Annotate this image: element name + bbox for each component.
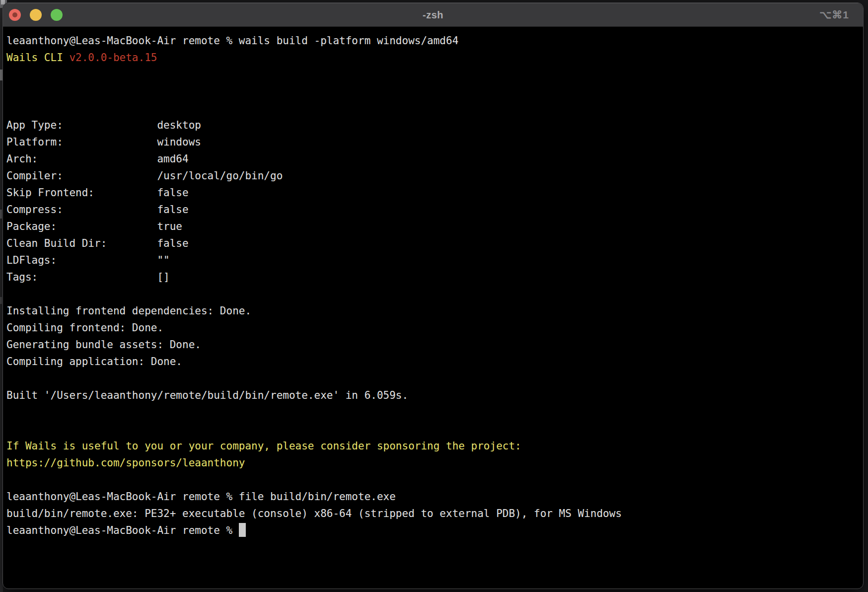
terminal-text-segment: leaanthony@Leas-MacBook-Air remote % fil… xyxy=(6,491,396,503)
terminal-line: Arch: amd64 xyxy=(6,150,861,167)
window-title: -zsh xyxy=(3,3,863,27)
terminal-window: -zsh ⌥⌘1 leaanthony@Leas-MacBook-Air rem… xyxy=(2,2,864,589)
terminal-line: Generating bundle assets: Done. xyxy=(6,336,861,353)
terminal-line: Clean Build Dir: false xyxy=(6,235,861,252)
terminal-line: Tags: [] xyxy=(6,269,861,286)
terminal-line: Installing frontend dependencies: Done. xyxy=(6,302,861,319)
terminal-line: Platform: windows xyxy=(6,134,861,150)
terminal-text-segment: Tags: [] xyxy=(6,271,170,283)
terminal-line xyxy=(6,83,861,100)
terminal-line xyxy=(6,286,861,302)
terminal-line: leaanthony@Leas-MacBook-Air remote % xyxy=(6,522,861,539)
terminal-text-segment: leaanthony@Leas-MacBook-Air remote % xyxy=(6,524,239,536)
terminal-line xyxy=(6,421,861,438)
terminal-line: Skip Frontend: false xyxy=(6,184,861,201)
terminal-line: If Wails is useful to you or your compan… xyxy=(6,438,861,454)
terminal-line: LDFlags: "" xyxy=(6,252,861,269)
terminal-text-segment: If Wails is useful to you or your compan… xyxy=(6,440,521,452)
terminal-output[interactable]: leaanthony@Leas-MacBook-Air remote % wai… xyxy=(3,27,863,539)
terminal-text-segment: Clean Build Dir: false xyxy=(6,237,189,249)
terminal-text-segment: Wails CLI xyxy=(6,52,69,64)
terminal-line: Package: true xyxy=(6,218,861,235)
window-shortcut-badge: ⌥⌘1 xyxy=(819,3,849,27)
terminal-text-segment: https://github.com/sponsors/leaanthony xyxy=(6,457,245,469)
traffic-lights xyxy=(3,9,63,21)
terminal-line xyxy=(6,471,861,488)
terminal-text-segment: leaanthony@Leas-MacBook-Air remote % wai… xyxy=(6,35,458,47)
terminal-text-segment: App Type: desktop xyxy=(6,119,201,131)
terminal-line xyxy=(6,404,861,421)
terminal-line: Wails CLI v2.0.0-beta.15 xyxy=(6,49,861,66)
minimize-button[interactable] xyxy=(30,9,42,21)
background-window-fragment xyxy=(0,210,2,219)
terminal-text-segment: Compiler: /usr/local/go/bin/go xyxy=(6,170,283,182)
terminal-text-segment: v2.0.0-beta.15 xyxy=(69,52,157,64)
terminal-line: Built '/Users/leaanthony/remote/build/bi… xyxy=(6,387,861,404)
terminal-text-segment: Generating bundle assets: Done. xyxy=(6,339,201,351)
background-window-fragment xyxy=(0,297,2,304)
terminal-line xyxy=(6,100,861,117)
terminal-text-segment: Compress: false xyxy=(6,204,189,216)
terminal-line: Compiler: /usr/local/go/bin/go xyxy=(6,167,861,184)
terminal-line: build/bin/remote.exe: PE32+ executable (… xyxy=(6,505,861,522)
close-button[interactable] xyxy=(9,9,21,21)
terminal-text-segment: Installing frontend dependencies: Done. xyxy=(6,305,251,317)
terminal-line: https://github.com/sponsors/leaanthony xyxy=(6,454,861,471)
zoom-button[interactable] xyxy=(51,9,63,21)
terminal-text-segment: Skip Frontend: false xyxy=(6,187,189,199)
terminal-line: Compiling application: Done. xyxy=(6,353,861,370)
terminal-text-segment: Compiling application: Done. xyxy=(6,356,182,368)
terminal-line xyxy=(6,370,861,387)
edited-indicator-dot xyxy=(12,12,17,17)
terminal-text-segment: Package: true xyxy=(6,221,182,232)
terminal-line: Compiling frontend: Done. xyxy=(6,319,861,336)
terminal-line: leaanthony@Leas-MacBook-Air remote % fil… xyxy=(6,488,861,505)
terminal-text-segment: LDFlags: "" xyxy=(6,254,170,266)
titlebar[interactable]: -zsh ⌥⌘1 xyxy=(3,3,863,27)
terminal-line: Compress: false xyxy=(6,201,861,218)
terminal-line xyxy=(6,66,861,83)
terminal-line: leaanthony@Leas-MacBook-Air remote % wai… xyxy=(6,32,861,49)
terminal-text-segment: Compiling frontend: Done. xyxy=(6,322,163,334)
terminal-text-segment: Arch: amd64 xyxy=(6,153,189,165)
terminal-cursor xyxy=(239,523,246,537)
terminal-text-segment: Built '/Users/leaanthony/remote/build/bi… xyxy=(6,389,408,401)
terminal-text-segment: build/bin/remote.exe: PE32+ executable (… xyxy=(6,508,622,519)
terminal-text-segment: Platform: windows xyxy=(6,136,201,148)
terminal-line: App Type: desktop xyxy=(6,117,861,134)
